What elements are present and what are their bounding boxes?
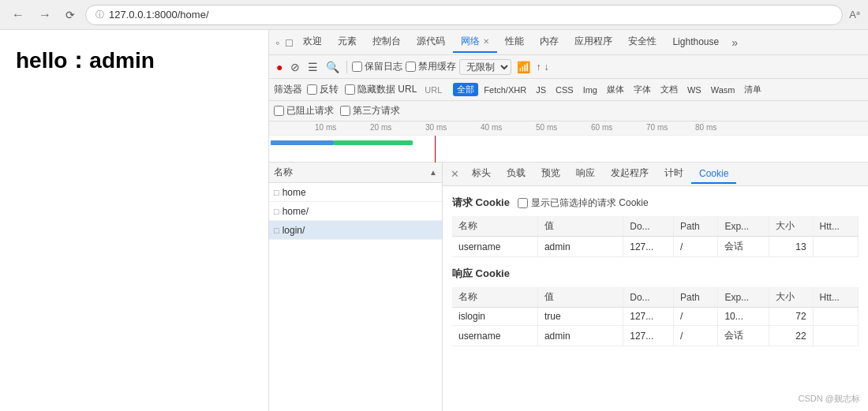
- hide-data-url-label: 隐藏数据 URL: [357, 83, 417, 96]
- req-cookie-value-username: admin: [537, 237, 623, 257]
- detail-tab-preview[interactable]: 预览: [533, 163, 568, 185]
- req-cookie-filter-check[interactable]: 显示已筛选掉的请求 Cookie: [518, 196, 649, 210]
- mark-20ms: 20 ms: [370, 123, 391, 132]
- resp-cookie-value-username: admin: [537, 326, 623, 346]
- back-button[interactable]: ←: [8, 6, 28, 24]
- resp-cookie-name-islogin: islogin: [452, 308, 537, 326]
- preserve-log-input[interactable]: [352, 62, 362, 72]
- record-icon[interactable]: ●: [274, 59, 285, 75]
- up-arrow[interactable]: ↑: [536, 62, 541, 73]
- third-party-label: 第三方请求: [353, 104, 400, 118]
- tl-line-red: [435, 136, 436, 163]
- detail-close-btn[interactable]: ✕: [446, 165, 464, 183]
- req-cookie-filter-input[interactable]: [518, 198, 528, 208]
- filter-type-css[interactable]: CSS: [552, 84, 578, 95]
- disable-cache-check[interactable]: 禁用缓存: [406, 60, 456, 73]
- tab-performance[interactable]: 性能: [497, 32, 532, 53]
- req-item-home-slash[interactable]: □ home/: [269, 202, 442, 221]
- main-content: hello：admin ◦ □ 欢迎 元素 控制台 源代码 网络 ✕ 性能 内存…: [0, 30, 868, 411]
- tab-lighthouse[interactable]: Lighthouse: [664, 33, 727, 52]
- tab-network-close[interactable]: ✕: [483, 37, 489, 46]
- forward-button[interactable]: →: [35, 6, 55, 24]
- filter-type-doc[interactable]: 文档: [657, 83, 682, 96]
- invert-label: 反转: [320, 83, 339, 96]
- filter-type-all[interactable]: 全部: [453, 83, 478, 96]
- devtools-icon-1[interactable]: ◦: [272, 35, 282, 50]
- toolbar-sep-1: [346, 61, 347, 73]
- resp-cookie-size-islogin: 72: [769, 308, 814, 326]
- resp-cookie-row-islogin[interactable]: islogin true 127... / 10... 72: [452, 308, 859, 326]
- req-item-login[interactable]: □ login/: [269, 221, 442, 240]
- resp-cookie-row-username[interactable]: username admin 127... / 会话 22: [452, 326, 859, 346]
- req-icon-home: □: [274, 188, 279, 197]
- hide-data-url-check[interactable]: 隐藏数据 URL: [345, 83, 417, 96]
- third-party-input[interactable]: [340, 106, 350, 116]
- req-list-header: 名称 ▲: [269, 163, 442, 183]
- req-th-size: 大小: [769, 216, 814, 237]
- speed-select[interactable]: 无限制: [459, 59, 511, 75]
- detail-tab-timing[interactable]: 计时: [657, 163, 691, 185]
- address-bar[interactable]: ⓘ 127.0.0.1:8000/home/: [85, 5, 843, 25]
- req-th-name: 名称: [452, 216, 537, 237]
- resp-th-path: Path: [673, 287, 717, 308]
- req-col-sort-icon: ▲: [429, 168, 437, 177]
- blocked-req-check[interactable]: 已阻止请求: [274, 104, 334, 118]
- resp-cookie-table: 名称 值 Do... Path Exp... 大小 Htt...: [452, 287, 859, 346]
- tab-elements[interactable]: 元素: [330, 32, 365, 53]
- blocked-req-input[interactable]: [274, 106, 284, 116]
- resp-cookie-section-header: 响应 Cookie: [452, 267, 859, 281]
- preserve-log-check[interactable]: 保留日志: [352, 60, 402, 73]
- tab-security[interactable]: 安全性: [620, 32, 664, 53]
- tab-network[interactable]: 网络 ✕: [453, 32, 497, 53]
- detail-tab-initiator[interactable]: 发起程序: [603, 163, 657, 185]
- filter-icon[interactable]: ☰: [305, 59, 320, 75]
- preserve-log-label: 保留日志: [365, 60, 402, 73]
- disable-cache-input[interactable]: [406, 62, 416, 72]
- filter-type-font[interactable]: 字体: [630, 83, 655, 96]
- request-list: 名称 ▲ □ home □ home/ □ login/: [269, 163, 443, 411]
- devtools-icon-2[interactable]: □: [282, 35, 295, 50]
- detail-tab-cookie[interactable]: Cookie: [691, 165, 736, 184]
- third-party-check[interactable]: 第三方请求: [340, 104, 400, 118]
- filter-type-fetch[interactable]: Fetch/XHR: [480, 84, 530, 95]
- resp-cookie-size-username: 22: [769, 326, 814, 346]
- req-item-home[interactable]: □ home: [269, 183, 442, 202]
- filter-label: 筛选器: [274, 83, 302, 96]
- req-col-name-label: 名称: [274, 166, 429, 179]
- filter-type-js[interactable]: JS: [532, 84, 550, 95]
- req-cookie-row-username[interactable]: username admin 127... / 会话 13: [452, 237, 859, 257]
- search-icon[interactable]: 🔍: [324, 59, 342, 75]
- page-hello: hello：admin: [16, 46, 253, 76]
- req-filter-row: 已阻止请求 第三方请求: [269, 101, 868, 121]
- filter-type-ws[interactable]: WS: [683, 84, 705, 95]
- reader-button[interactable]: Aᵃ: [849, 9, 860, 21]
- tab-welcome[interactable]: 欢迎: [295, 32, 330, 53]
- invert-input[interactable]: [307, 84, 317, 95]
- resp-th-http: Htt...: [813, 287, 858, 308]
- tab-console[interactable]: 控制台: [365, 32, 409, 53]
- invert-check[interactable]: 反转: [307, 83, 339, 96]
- filter-type-img[interactable]: Img: [579, 84, 601, 95]
- tab-sources[interactable]: 源代码: [409, 32, 453, 53]
- tab-memory[interactable]: 内存: [532, 32, 567, 53]
- detail-tab-payload[interactable]: 负载: [499, 163, 533, 185]
- info-icon: ⓘ: [95, 9, 104, 21]
- detail-tab-headers[interactable]: 标头: [464, 163, 499, 185]
- clear-icon[interactable]: ⊘: [288, 59, 302, 75]
- wifi-icon[interactable]: 📶: [514, 59, 533, 75]
- reload-button[interactable]: ⟳: [62, 7, 79, 23]
- disable-cache-label: 禁用缓存: [418, 60, 456, 73]
- watermark: CSDN @觌志标: [799, 393, 860, 405]
- detail-tab-response[interactable]: 响应: [568, 163, 603, 185]
- network-toolbar: ● ⊘ ☰ 🔍 保留日志 禁用缓存 无限制 📶 ↑ ↓: [269, 55, 868, 79]
- filter-type-manifest[interactable]: 清单: [740, 83, 765, 96]
- filter-type-media[interactable]: 媒体: [603, 83, 628, 96]
- mark-60ms: 60 ms: [591, 123, 612, 132]
- tab-more[interactable]: »: [727, 33, 743, 52]
- filter-row: 筛选器 反转 隐藏数据 URL URL 全部 Fetch/XHR JS CSS …: [269, 79, 868, 101]
- hide-data-url-input[interactable]: [345, 84, 355, 95]
- tab-application[interactable]: 应用程序: [567, 32, 620, 53]
- down-arrow[interactable]: ↓: [544, 62, 548, 73]
- resp-th-exp: Exp...: [718, 287, 769, 308]
- filter-type-wasm[interactable]: Wasm: [707, 84, 739, 95]
